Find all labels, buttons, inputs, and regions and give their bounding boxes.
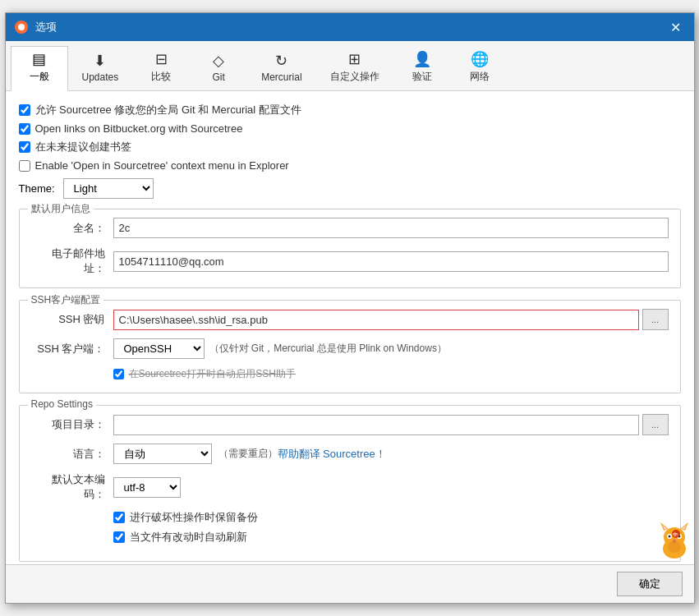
lang-link[interactable]: 帮助翻译 Sourcetree！ [278,447,386,462]
cat-mascot: 中 [658,522,691,563]
ssh-key-input-group: ... [113,309,669,330]
fullname-row: 全名： [31,218,669,238]
ssh-client-controls: OpenSSH PuTTY/Plink （仅针对 Git，Mercurial 总… [113,338,447,359]
ssh-client-select[interactable]: OpenSSH PuTTY/Plink [113,338,205,359]
tab-updates-label: Updates [82,71,119,83]
ssh-key-browse-button[interactable]: ... [642,309,669,330]
default-user-info-title: 默认用户信息 [28,202,94,216]
svg-point-10 [668,536,670,538]
lang-note: （需要重启） [218,447,278,461]
encoding-row: 默认文本编码： utf-8 gbk gb2312 [31,472,669,502]
app-icon [14,20,29,34]
checkbox-allow-global-config-label: 允许 Sourcetree 修改您的全局 Git 和 Mercurial 配置文… [35,103,301,117]
tab-network-label: 网络 [470,70,490,84]
general-icon: ▤ [32,52,46,67]
tab-updates[interactable]: ⬇ Updates [68,46,133,90]
checkbox-backup-input[interactable] [113,512,125,523]
tab-mercurial[interactable]: ↻ Mercurial [247,46,315,90]
checkbox-backup-label: 进行破坏性操作时保留备份 [130,510,258,525]
ssh-config-group: SSH客户端配置 SSH 密钥 ... SSH 客户端： OpenSSH PuT… [19,300,681,393]
checkbox-suggest-bookmarks-input[interactable] [19,141,30,153]
dialog-title: 选项 [35,20,666,34]
email-input[interactable] [113,251,669,272]
checkbox-allow-global-config: 允许 Sourcetree 修改您的全局 Git 和 Mercurial 配置文… [19,103,681,117]
ssh-key-row: SSH 密钥 ... [31,309,669,330]
ssh-helper-row: 在Sourcetree打开时自动启用SSH助手 [113,367,669,381]
lang-label: 语言： [31,447,105,462]
project-dir-input[interactable] [113,415,639,435]
tab-compare-label: 比较 [151,70,171,84]
tab-git-label: Git [213,71,225,83]
ssh-helper-checkbox[interactable] [113,369,124,379]
checkbox-allow-global-config-input[interactable] [19,104,30,116]
ssh-key-input[interactable] [113,310,639,330]
svg-point-1 [18,24,25,30]
lang-select[interactable]: 自动 English 中文 [113,444,212,464]
updates-icon: ⬇ [94,53,106,68]
theme-row: Theme: Light Dark [19,178,681,199]
tab-compare[interactable]: ⊟ 比较 [132,46,190,90]
tab-bar: ▤ 一般 ⬇ Updates ⊟ 比较 ◇ Git ↻ Mercurial ⊞ … [6,41,694,91]
svg-text:中: 中 [673,531,678,537]
tab-mercurial-label: Mercurial [261,71,301,83]
email-row: 电子邮件地址： [31,246,669,276]
checkbox-auto-refresh-label: 当文件有改动时自动刷新 [130,530,247,545]
checkbox-suggest-bookmarks-label: 在未来提议创建书签 [35,140,131,154]
tab-network[interactable]: 🌐 网络 [451,46,508,90]
close-button[interactable]: ✕ [666,17,686,37]
options-dialog: 选项 ✕ ▤ 一般 ⬇ Updates ⊟ 比较 ◇ Git ↻ Mercuri… [5,12,695,604]
email-label: 电子邮件地址： [31,246,105,276]
ok-button[interactable]: 确定 [617,572,683,596]
svg-point-13 [668,541,681,553]
ssh-helper-label: 在Sourcetree打开时自动启用SSH助手 [129,367,296,381]
git-icon: ◇ [213,53,224,68]
project-dir-input-group: ... [113,414,669,435]
ssh-client-row: SSH 客户端： OpenSSH PuTTY/Plink （仅针对 Git，Me… [31,338,669,359]
tab-general-label: 一般 [30,70,49,84]
tab-auth-label: 验证 [412,70,432,84]
checkbox-context-menu-input[interactable] [19,160,30,172]
title-bar: 选项 ✕ [6,13,694,41]
tab-git[interactable]: ◇ Git [190,46,247,90]
default-user-info-group: 默认用户信息 全名： 电子邮件地址： [19,209,681,288]
checkbox-backup: 进行破坏性操作时保留备份 [113,510,669,525]
tab-custom-actions[interactable]: ⊞ 自定义操作 [316,46,393,90]
fullname-label: 全名： [31,221,105,236]
ssh-key-label: SSH 密钥 [31,312,105,327]
checkbox-open-bitbucket-links: Open links on Bitbucket.org with Sourcet… [19,122,681,135]
ssh-client-label: SSH 客户端： [31,342,105,356]
tab-auth[interactable]: 👤 验证 [393,46,451,90]
checkbox-open-bitbucket-links-input[interactable] [19,123,30,135]
checkbox-open-bitbucket-links-label: Open links on Bitbucket.org with Sourcet… [35,122,243,135]
encoding-label: 默认文本编码： [31,472,105,502]
project-dir-label: 项目目录： [31,417,105,432]
theme-label: Theme: [19,182,55,195]
checkbox-suggest-bookmarks: 在未来提议创建书签 [19,140,681,154]
tab-general[interactable]: ▤ 一般 [11,46,68,91]
encoding-select[interactable]: utf-8 gbk gb2312 [113,477,181,498]
content-area: 允许 Sourcetree 修改您的全局 Git 和 Mercurial 配置文… [6,91,694,564]
checkbox-context-menu: Enable 'Open in Sourcetree' context menu… [19,159,681,172]
network-icon: 🌐 [471,52,489,67]
tab-custom-actions-label: 自定义操作 [330,70,379,84]
auth-icon: 👤 [413,52,431,67]
project-dir-row: 项目目录： ... [31,414,669,435]
compare-icon: ⊟ [155,52,168,67]
theme-select[interactable]: Light Dark [63,178,154,199]
project-dir-browse-button[interactable]: ... [642,414,669,435]
ssh-client-note: （仅针对 Git，Mercurial 总是使用 Plink on Windows… [209,342,447,356]
repo-settings-title: Repo Settings [28,398,96,410]
mercurial-icon: ↻ [275,53,287,68]
custom-actions-icon: ⊞ [348,52,361,67]
ssh-config-title: SSH客户端配置 [28,293,104,307]
fullname-input[interactable] [113,218,669,238]
checkbox-context-menu-label: Enable 'Open in Sourcetree' context menu… [35,159,289,172]
repo-settings-group: Repo Settings 项目目录： ... 语言： 自动 English 中… [19,405,681,562]
footer: 确定 [6,564,694,603]
checkbox-auto-refresh: 当文件有改动时自动刷新 [113,530,669,545]
lang-row: 语言： 自动 English 中文 （需要重启） 帮助翻译 Sourcetree… [31,444,669,464]
checkbox-auto-refresh-input[interactable] [113,531,125,543]
